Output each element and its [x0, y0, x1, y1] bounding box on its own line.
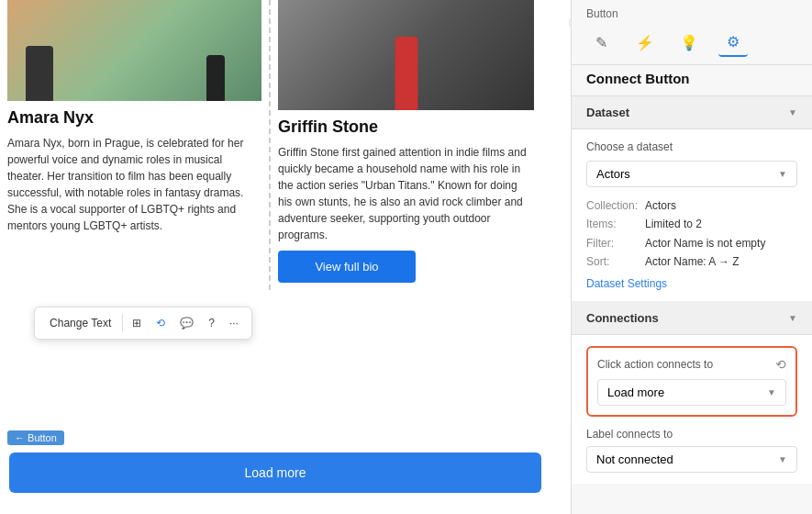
view-full-bio-button[interactable]: View full bio — [278, 251, 416, 283]
label-connects-label: Label connects to — [586, 428, 797, 441]
connections-section-content: Click action connects to ⟲ Load more ▼ L… — [572, 335, 812, 484]
tab-settings[interactable]: 💡 — [674, 28, 704, 57]
griffin-text: Griffin Stone first gained attention in … — [278, 144, 534, 243]
tab-connect[interactable]: ⚙ — [718, 28, 748, 57]
dataset-section-header[interactable]: Dataset ▼ — [572, 96, 812, 129]
griffin-image — [278, 0, 534, 110]
card-griffin: Griffin Stone Griffin Stone first gained… — [271, 0, 541, 290]
items-value: Limited to 2 — [645, 215, 702, 233]
click-action-label: Click action connects to — [597, 358, 713, 371]
click-action-label-row: Click action connects to ⟲ — [597, 357, 786, 372]
collection-label: Collection: — [586, 196, 641, 215]
dataset-info: Collection: Actors Items: Limited to 2 F… — [586, 196, 797, 272]
dataset-select[interactable]: Actors ▼ — [586, 161, 797, 187]
items-label: Items: — [586, 215, 641, 233]
collection-row: Collection: Actors — [586, 196, 797, 215]
toolbar-icon-more[interactable]: ··· — [224, 313, 244, 333]
toolbar-icon-help[interactable]: ? — [203, 313, 220, 333]
panel-tabs: ✎ ⚡ 💡 ⚙ — [572, 20, 812, 65]
items-row: Items: Limited to 2 — [586, 215, 797, 233]
panel-title-row: Connect Button — [572, 65, 812, 96]
dataset-section-label: Dataset — [586, 106, 629, 119]
click-action-box: Click action connects to ⟲ Load more ▼ — [586, 346, 797, 417]
canvas-area: Amara Nyx Amara Nyx, born in Prague, is … — [0, 0, 571, 514]
dataset-select-chevron-icon: ▼ — [778, 169, 787, 179]
amara-text: Amara Nyx, born in Prague, is celebrated… — [7, 135, 261, 234]
filter-label: Filter: — [586, 234, 641, 252]
sort-label: Sort: — [586, 252, 641, 271]
toolbar-icon-comment[interactable]: 💬 — [174, 313, 199, 333]
filter-row: Filter: Actor Name is not empty — [586, 234, 797, 252]
canvas-content: Amara Nyx Amara Nyx, born in Prague, is … — [0, 0, 571, 514]
label-connects-value: Not connected — [596, 453, 673, 466]
change-text-button[interactable]: Change Text — [42, 313, 118, 333]
tab-style[interactable]: ✎ — [586, 28, 616, 57]
toolbar-separator — [122, 314, 123, 332]
label-connects-select[interactable]: Not connected ▼ — [586, 446, 797, 473]
click-action-chevron-icon: ▼ — [767, 387, 776, 397]
load-more-canvas-button[interactable]: Load more — [9, 453, 541, 493]
amara-title: Amara Nyx — [7, 108, 261, 128]
connection-refresh-icon: ⟲ — [775, 357, 786, 372]
card-amara: Amara Nyx Amara Nyx, born in Prague, is … — [0, 0, 271, 290]
click-action-value: Load more — [607, 386, 664, 399]
label-connects-chevron-icon: ▼ — [778, 454, 787, 464]
tab-interactions[interactable]: ⚡ — [630, 28, 660, 57]
sort-row: Sort: Actor Name: A → Z — [586, 252, 797, 271]
connections-section-header[interactable]: Connections ▼ — [572, 302, 812, 335]
sort-value: Actor Name: A → Z — [645, 252, 740, 271]
button-badge: ← Button — [7, 430, 64, 445]
toolbar: Change Text ⊞ ⟲ 💬 ? ··· — [34, 307, 252, 340]
filter-value: Actor Name is not empty — [645, 234, 765, 252]
dataset-section-content: Choose a dataset Actors ▼ Collection: Ac… — [572, 129, 812, 302]
label-connects-to-section: Label connects to Not connected ▼ — [586, 428, 797, 473]
dataset-settings-link[interactable]: Dataset Settings — [586, 277, 797, 290]
panel-header-label: Button — [572, 0, 812, 20]
dataset-chevron-icon: ▼ — [788, 107, 797, 117]
click-action-select[interactable]: Load more ▼ — [597, 379, 786, 406]
griffin-title: Griffin Stone — [278, 117, 534, 137]
panel-title: Connect Button — [586, 71, 797, 86]
connections-chevron-icon: ▼ — [788, 313, 797, 323]
dataset-selected-value: Actors — [596, 167, 630, 181]
cards-container: Amara Nyx Amara Nyx, born in Prague, is … — [0, 0, 571, 290]
toolbar-icon-connect[interactable]: ⟲ — [150, 313, 171, 333]
amara-image — [7, 0, 261, 101]
choose-dataset-label: Choose a dataset — [586, 140, 797, 153]
toolbar-icon-grid[interactable]: ⊞ — [127, 313, 147, 333]
collection-value: Actors — [645, 196, 676, 215]
connections-section-label: Connections — [586, 311, 659, 325]
right-panel: Button ✎ ⚡ 💡 ⚙ Connect Button Dataset ▼ … — [571, 0, 812, 514]
